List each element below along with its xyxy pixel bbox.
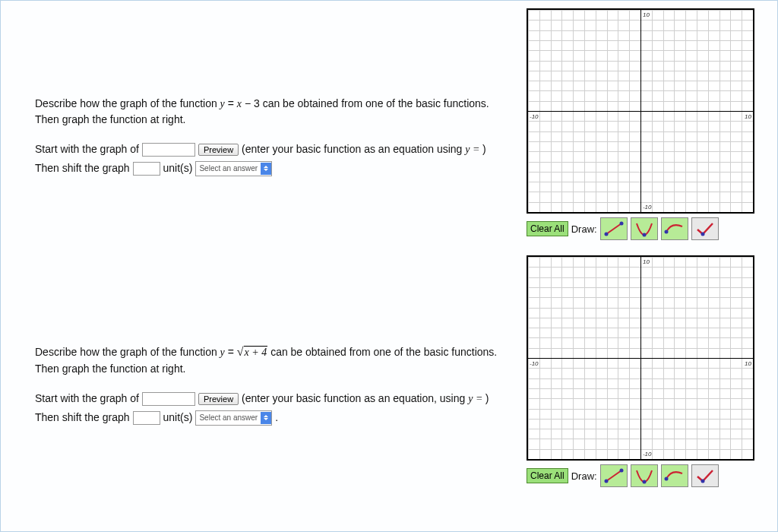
- graph-toolbar-1: Clear All Draw:: [527, 217, 719, 240]
- svg-point-2: [619, 222, 623, 226]
- draw-label: Draw:: [571, 223, 597, 235]
- select-caret-icon: [261, 163, 271, 175]
- graph-toolbar-2: Clear All Draw:: [527, 464, 719, 487]
- direction-select[interactable]: Select an answer: [195, 410, 272, 426]
- svg-point-1: [604, 233, 608, 236]
- tool-parabola[interactable]: [631, 464, 658, 487]
- sqrt-icon: √: [237, 345, 244, 358]
- curve-icon: [664, 467, 685, 484]
- draw-label: Draw:: [571, 470, 597, 482]
- y-min-label: -10: [643, 451, 652, 458]
- eq-const: 3: [254, 97, 260, 109]
- units-input[interactable]: [133, 411, 160, 425]
- basic-hint: (enter your basic function as an equatio…: [242, 391, 489, 407]
- tool-check[interactable]: [691, 464, 719, 487]
- question-page: Describe how the graph of the function y…: [0, 0, 778, 532]
- prompt-pre: Describe how the graph of the function: [35, 97, 220, 109]
- preview-button[interactable]: Preview: [198, 144, 239, 156]
- eq-op: −: [245, 97, 254, 109]
- parabola-icon: [634, 220, 655, 237]
- graph-panel-2: 10 -10 -10 10 Clear All Draw:: [527, 255, 762, 487]
- coordinate-grid[interactable]: 10 -10 -10 10: [527, 255, 754, 461]
- line-segment-icon: [603, 467, 625, 484]
- line-segment-icon: [603, 220, 625, 237]
- x-max-label: 10: [745, 113, 751, 120]
- svg-point-4: [664, 230, 668, 234]
- units-label: unit(s): [163, 160, 193, 176]
- svg-point-11: [701, 480, 704, 483]
- tool-line[interactable]: [600, 217, 628, 240]
- select-caret-icon: [261, 412, 271, 424]
- svg-point-8: [619, 469, 623, 473]
- y-axis: [640, 257, 641, 459]
- tool-curve[interactable]: [661, 217, 688, 240]
- clear-all-button[interactable]: Clear All: [527, 221, 568, 236]
- x-min-label: -10: [530, 360, 539, 367]
- label-then-shift: Then shift the graph: [35, 160, 130, 176]
- tool-parabola[interactable]: [631, 217, 658, 240]
- label-then-shift: Then shift the graph: [35, 410, 130, 426]
- eq-equals: =: [228, 346, 237, 358]
- basic-function-input[interactable]: [142, 392, 195, 406]
- svg-point-5: [701, 233, 704, 236]
- svg-point-10: [664, 477, 668, 481]
- problem-2: Describe how the graph of the function y…: [35, 255, 762, 487]
- x-min-label: -10: [530, 113, 539, 120]
- label-start-with: Start with the graph of: [35, 141, 139, 157]
- parabola-icon: [634, 467, 655, 484]
- select-placeholder: Select an answer: [199, 163, 258, 174]
- prompt-2: Describe how the graph of the function y…: [35, 343, 515, 377]
- row-shift-2: Then shift the graph unit(s) Select an a…: [35, 410, 515, 426]
- tool-curve[interactable]: [661, 464, 688, 487]
- y-max-label: 10: [643, 258, 650, 265]
- svg-line-0: [606, 223, 621, 234]
- problem-2-text: Describe how the graph of the function y…: [35, 255, 515, 429]
- check-icon: [694, 220, 716, 237]
- eq-lhs: y: [220, 347, 225, 358]
- svg-line-6: [606, 470, 621, 481]
- select-placeholder: Select an answer: [199, 412, 258, 423]
- basic-hint: (enter your basic function as an equatio…: [242, 141, 486, 157]
- coordinate-grid[interactable]: 10 -10 -10 10: [527, 8, 754, 214]
- x-max-label: 10: [745, 360, 751, 367]
- row-shift-1: Then shift the graph unit(s) Select an a…: [35, 160, 515, 176]
- problem-1: Describe how the graph of the function y…: [35, 8, 762, 240]
- units-input[interactable]: [133, 162, 160, 176]
- prompt-1: Describe how the graph of the function y…: [35, 96, 515, 128]
- graph-panel-1: 10 -10 -10 10 Clear All Draw:: [527, 8, 762, 240]
- clear-all-button[interactable]: Clear All: [527, 468, 568, 483]
- eq-x: x: [237, 98, 242, 109]
- eq-equals: =: [228, 97, 237, 109]
- y-min-label: -10: [643, 204, 652, 211]
- preview-button[interactable]: Preview: [198, 393, 239, 405]
- tool-line[interactable]: [600, 464, 628, 487]
- y-max-label: 10: [643, 11, 650, 18]
- svg-point-3: [642, 233, 646, 237]
- trailing-period: .: [275, 410, 278, 426]
- problem-1-text: Describe how the graph of the function y…: [35, 8, 515, 179]
- basic-function-input[interactable]: [142, 143, 195, 157]
- svg-point-9: [642, 480, 646, 484]
- curve-icon: [664, 220, 685, 237]
- direction-select[interactable]: Select an answer: [195, 161, 272, 176]
- row-basic-2: Start with the graph of Preview (enter y…: [35, 391, 515, 407]
- label-start-with: Start with the graph of: [35, 391, 139, 407]
- eq-lhs: y: [220, 98, 225, 109]
- row-basic-1: Start with the graph of Preview (enter y…: [35, 141, 515, 157]
- y-axis: [640, 10, 641, 212]
- tool-check[interactable]: [691, 217, 719, 240]
- check-icon: [694, 467, 716, 484]
- units-label: unit(s): [163, 410, 193, 426]
- svg-point-7: [604, 480, 608, 483]
- prompt-pre: Describe how the graph of the function: [35, 346, 220, 358]
- sqrt-expression: √x + 4: [237, 347, 267, 358]
